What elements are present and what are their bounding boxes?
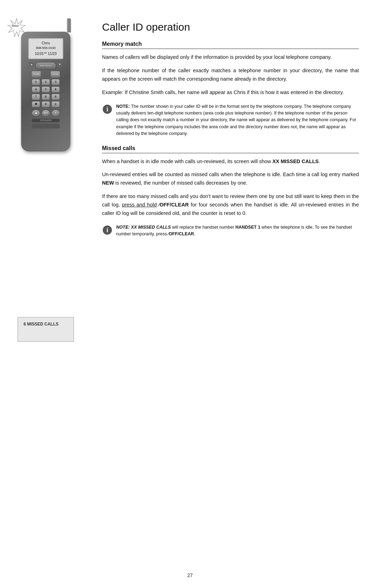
key-0: 0: [42, 101, 50, 107]
missed-calls-para2: Un-reviewed entries will be counted as m…: [102, 171, 359, 187]
missed-calls-para1: When a handset is in idle mode with call…: [102, 157, 359, 166]
key-2: 2: [42, 79, 50, 85]
menu-select-btn: MENU SELECT: [35, 62, 56, 70]
page-title: Caller ID operation: [102, 21, 359, 33]
flash-clear-row: FLASH CLEAR: [31, 71, 60, 78]
note-box-1: i NOTE: The number shown in your caller …: [102, 103, 359, 137]
caller-time: 10:01: [35, 52, 44, 56]
key-8: 8: [42, 94, 50, 100]
key-pound: #: [51, 101, 60, 107]
key-4: 4: [32, 86, 40, 93]
memory-match-para2: If the telephone number of the caller ex…: [102, 67, 359, 83]
right-column: Caller ID operation Memory match Names o…: [91, 14, 380, 574]
phone-antenna: [67, 18, 71, 32]
keypad-row-2: 4 5 6: [32, 86, 60, 93]
keypad-row-1: 1 2 3: [32, 79, 60, 85]
memory-match-para1: Names of callers will be displayed only …: [102, 53, 359, 62]
up-arrow-btn: ▲: [29, 62, 34, 67]
phone-screen: Chris 908-555-0100 10:01AM 11/23: [28, 38, 63, 59]
key-6: 6: [51, 86, 60, 93]
phone-buttons: ▲ MENU SELECT ▼ FLASH CLEAR: [26, 62, 65, 117]
caller-date: 11/23: [48, 52, 57, 56]
caller-am: AM: [44, 52, 47, 54]
phone-device-wrapper: Chris 908-555-0100 10:01AM 11/23 ▲: [11, 32, 81, 151]
note-box-2: i NOTE: XX MISSED CALLS will replace the…: [102, 224, 359, 238]
caller-name: Chris: [32, 41, 60, 46]
down-arrow-btn: ▼: [57, 62, 62, 67]
phone-illustration: RING! Chris 908-555-0100 10:01AM 11/23: [11, 21, 81, 151]
memory-match-para3: Example: If Christine Smith calls, her n…: [102, 88, 359, 97]
mute-btn: MUT: [42, 110, 50, 117]
memory-match-heading: Memory match: [102, 41, 359, 49]
missed-calls-para3: If there are too many missed calls and y…: [102, 192, 359, 218]
key-5: 5: [42, 86, 50, 93]
missed-calls-heading: Missed calls: [102, 145, 359, 153]
missed-calls-text: 6 MISSED CALLS: [24, 322, 58, 327]
clear-btn: CLEAR: [50, 71, 60, 78]
note-text-1: NOTE: The number shown in your caller ID…: [116, 103, 359, 137]
info-icon-1: i: [102, 104, 113, 114]
svg-text:i: i: [106, 106, 108, 113]
left-column: RING! Chris 908-555-0100 10:01AM 11/23: [0, 14, 91, 574]
key-3: 3: [51, 79, 60, 85]
svg-text:RING!: RING!: [12, 25, 19, 27]
missed-calls-display-box: 6 MISSED CALLS: [18, 317, 74, 342]
left-func-btn: ◉: [32, 110, 40, 117]
bottom-btn-row: ◉ MUT R: [32, 110, 60, 117]
svg-text:i: i: [106, 227, 108, 234]
key-star: ✱: [32, 101, 40, 107]
info-icon-2: i: [102, 225, 113, 235]
key-9: 9: [51, 94, 60, 100]
bottom-bar: [32, 124, 60, 129]
note-text-2: NOTE: XX MISSED CALLS will replace the h…: [116, 224, 359, 238]
keypad-row-4: ✱ 0 #: [32, 101, 60, 107]
page-number: 27: [187, 572, 193, 578]
caller-time-line: 10:01AM 11/23: [32, 51, 60, 56]
nav-row: ▲ MENU SELECT ▼: [26, 62, 65, 70]
redial-btn: R: [51, 110, 60, 117]
flash-btn: FLASH: [31, 71, 41, 78]
key-7: 7: [32, 94, 40, 100]
keypad-row-3: 7 8 9: [32, 94, 60, 100]
phone-body: Chris 908-555-0100 10:01AM 11/23 ▲: [21, 32, 70, 151]
caller-number: 908-555-0100: [32, 46, 60, 50]
key-1: 1: [32, 79, 40, 85]
speaker-bar: SPEAKER: [32, 119, 60, 122]
